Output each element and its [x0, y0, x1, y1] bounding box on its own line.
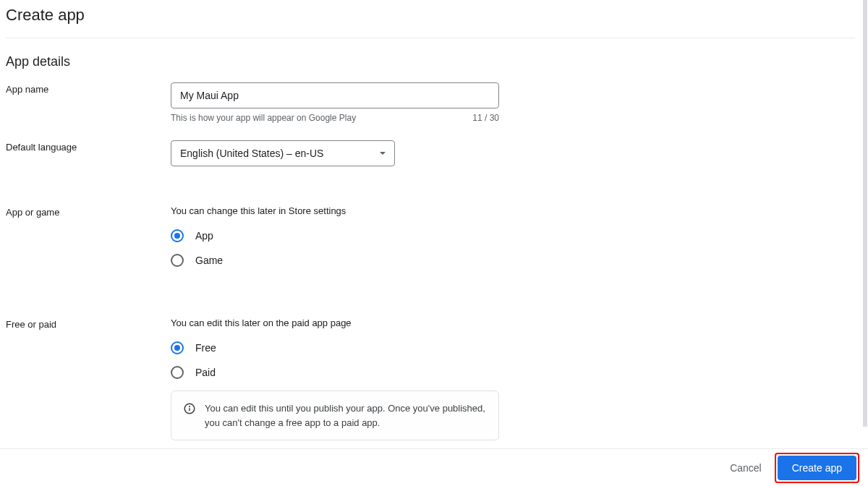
highlight-frame: Create app: [775, 453, 859, 483]
radio-game-label: Game: [195, 255, 223, 266]
svg-point-2: [190, 406, 190, 407]
radio-icon: [171, 341, 184, 354]
info-box: You can edit this until you publish your…: [171, 391, 499, 440]
page-title: Create app: [6, 0, 862, 38]
label-free-or-paid: Free or paid: [6, 317, 171, 330]
label-app-name: App name: [6, 82, 171, 95]
radio-app[interactable]: App: [171, 229, 862, 242]
radio-icon: [171, 254, 184, 267]
radio-free-label: Free: [195, 342, 216, 354]
default-language-value: English (United States) – en-US: [180, 148, 323, 159]
info-icon: [183, 402, 196, 415]
chevron-down-icon: [380, 152, 386, 155]
radio-game[interactable]: Game: [171, 254, 862, 267]
radio-app-label: App: [195, 230, 213, 242]
cancel-button[interactable]: Cancel: [720, 456, 772, 479]
radio-paid-label: Paid: [195, 367, 216, 378]
app-name-counter: 11 / 30: [472, 113, 499, 123]
radio-icon: [171, 229, 184, 242]
hint-app-or-game: You can change this later in Store setti…: [171, 205, 862, 216]
section-title-app-details: App details: [6, 38, 862, 82]
label-default-language: Default language: [6, 140, 171, 153]
hint-free-or-paid: You can edit this later on the paid app …: [171, 317, 862, 328]
app-name-input[interactable]: [171, 82, 499, 108]
app-name-helper: This is how your app will appear on Goog…: [171, 113, 356, 123]
info-text: You can edit this until you publish your…: [205, 401, 487, 430]
label-app-or-game: App or game: [6, 205, 171, 218]
default-language-select[interactable]: English (United States) – en-US: [171, 140, 395, 166]
scrollbar[interactable]: [863, 0, 867, 427]
radio-free[interactable]: Free: [171, 341, 862, 354]
create-app-button[interactable]: Create app: [778, 456, 856, 480]
footer: Cancel Create app: [0, 448, 868, 486]
radio-icon: [171, 366, 184, 379]
radio-paid[interactable]: Paid: [171, 366, 862, 379]
